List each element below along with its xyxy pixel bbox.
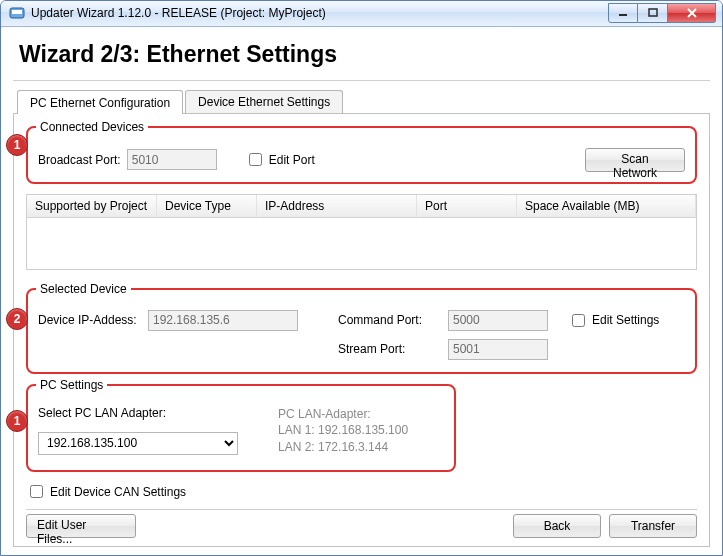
device-table[interactable]: Supported by Project Device Type IP-Addr… (26, 194, 697, 270)
window-title: Updater Wizard 1.12.0 - RELEASE (Project… (31, 6, 602, 20)
minimize-icon (618, 8, 628, 18)
bottom-separator (26, 509, 697, 510)
callout-1b: 1 (6, 410, 28, 432)
edit-settings-checkbox[interactable] (572, 314, 585, 327)
svg-rect-2 (619, 14, 627, 16)
command-port-label: Command Port: (338, 313, 448, 327)
tab-device-ethernet-settings[interactable]: Device Ethernet Settings (185, 90, 343, 113)
device-ip-label: Device IP-Addess: (38, 313, 148, 327)
app-window: Updater Wizard 1.12.0 - RELEASE (Project… (0, 0, 723, 556)
stream-port-label: Stream Port: (338, 342, 448, 356)
edit-port-label: Edit Port (269, 153, 315, 167)
legend-selected: Selected Device (36, 282, 131, 296)
scan-network-button[interactable]: Scan Network (585, 148, 685, 172)
pc-info-lan1: LAN 1: 192.168.135.100 (278, 422, 408, 439)
window-buttons (608, 3, 716, 23)
col-device-type[interactable]: Device Type (157, 195, 257, 217)
callout-2: 2 (6, 308, 28, 330)
back-button[interactable]: Back (513, 514, 601, 538)
minimize-button[interactable] (608, 3, 638, 23)
edit-can-settings-label: Edit Device CAN Settings (50, 485, 186, 499)
edit-port-checkbox[interactable] (249, 153, 262, 166)
edit-settings-checkbox-wrap[interactable]: Edit Settings (568, 311, 685, 330)
group-connected-devices: 1 Connected Devices Broadcast Port: Edit… (26, 126, 697, 184)
legend-pc: PC Settings (36, 378, 107, 392)
lan-adapter-select[interactable]: 192.168.135.100 (38, 432, 238, 455)
titlebar: Updater Wizard 1.12.0 - RELEASE (Project… (1, 1, 722, 27)
broadcast-port-label: Broadcast Port: (38, 153, 121, 167)
pc-info-lan2: LAN 2: 172.16.3.144 (278, 439, 408, 456)
col-ip[interactable]: IP-Address (257, 195, 417, 217)
edit-can-settings-wrap[interactable]: Edit Device CAN Settings (26, 482, 697, 501)
tabstrip: PC Ethernet Configuration Device Etherne… (17, 89, 710, 113)
title-separator (13, 80, 710, 81)
col-supported[interactable]: Supported by Project (27, 195, 157, 217)
stream-port-input[interactable] (448, 339, 548, 360)
col-port[interactable]: Port (417, 195, 517, 217)
maximize-icon (648, 8, 658, 18)
pc-info-header: PC LAN-Adapter: (278, 406, 408, 423)
legend-connected: Connected Devices (36, 120, 148, 134)
device-ip-input[interactable] (148, 310, 298, 331)
close-button[interactable] (668, 3, 716, 23)
broadcast-port-input[interactable] (127, 149, 217, 170)
col-space[interactable]: Space Available (MB) (517, 195, 696, 217)
transfer-button[interactable]: Transfer (609, 514, 697, 538)
edit-port-checkbox-wrap[interactable]: Edit Port (245, 150, 315, 169)
svg-rect-1 (12, 10, 22, 14)
svg-rect-3 (649, 9, 657, 16)
close-icon (686, 8, 698, 18)
app-icon (9, 5, 25, 21)
edit-user-files-button[interactable]: Edit User Files... (26, 514, 136, 538)
client-area: Wizard 2/3: Ethernet Settings PC Etherne… (1, 27, 722, 555)
device-table-body[interactable] (27, 218, 696, 270)
pc-lan-info: PC LAN-Adapter: LAN 1: 192.168.135.100 L… (278, 406, 408, 456)
adapter-label: Select PC LAN Adapter: (38, 406, 238, 420)
group-selected-device: 2 Selected Device Device IP-Addess: Comm… (26, 288, 697, 374)
edit-can-settings-checkbox[interactable] (30, 485, 43, 498)
tab-pc-ethernet-config[interactable]: PC Ethernet Configuration (17, 90, 183, 114)
maximize-button[interactable] (638, 3, 668, 23)
command-port-input[interactable] (448, 310, 548, 331)
edit-settings-label: Edit Settings (592, 313, 659, 327)
tab-panel-pc-config: 1 Connected Devices Broadcast Port: Edit… (13, 113, 710, 547)
callout-1: 1 (6, 134, 28, 156)
device-table-header: Supported by Project Device Type IP-Addr… (27, 195, 696, 218)
page-title: Wizard 2/3: Ethernet Settings (19, 41, 708, 68)
group-pc-settings: 1 PC Settings Select PC LAN Adapter: 192… (26, 384, 456, 472)
bottom-button-row: Edit User Files... Back Transfer (26, 514, 697, 538)
